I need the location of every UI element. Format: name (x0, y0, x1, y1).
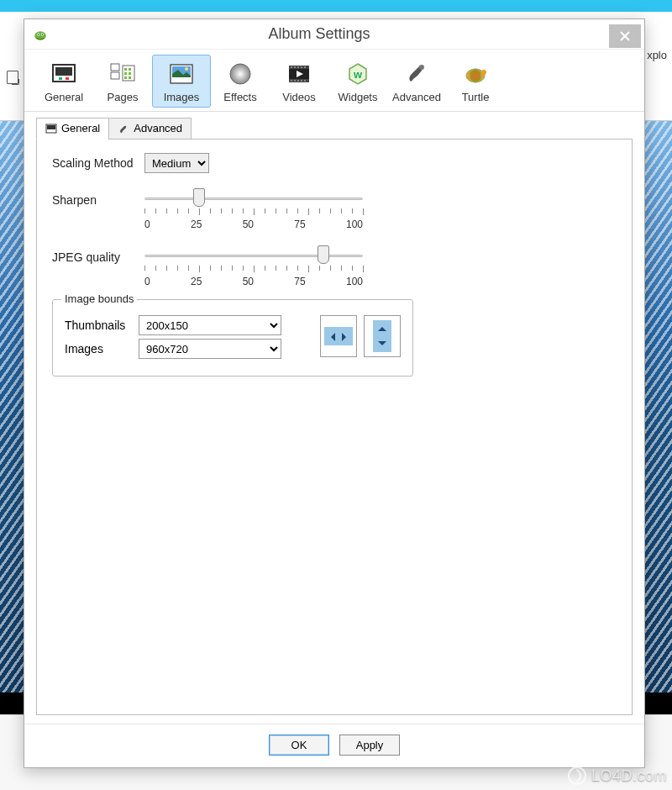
svg-rect-25 (291, 66, 292, 68)
wrench-icon (118, 123, 129, 134)
new-document-icon[interactable] (7, 71, 18, 84)
jpeg-quality-label: JPEG quality (52, 245, 144, 264)
images-icon (168, 61, 195, 87)
image-bounds-legend: Image bounds (61, 292, 137, 305)
sharpen-thumb[interactable] (193, 188, 205, 207)
toolbar-videos[interactable]: Videos (270, 55, 328, 108)
svg-rect-12 (124, 68, 127, 71)
general-icon (50, 61, 77, 87)
jpeg-ticks (144, 266, 363, 272)
close-button[interactable] (609, 24, 641, 48)
jpeg-quality-thumb[interactable] (318, 245, 329, 264)
toolbar-label: Effects (223, 91, 257, 103)
svg-point-38 (481, 70, 486, 75)
tab-strip: General Advanced (36, 117, 633, 139)
apply-button[interactable]: Apply (339, 735, 400, 756)
toolbar-effects[interactable]: Effects (211, 55, 270, 108)
toolbar-label: Images (164, 91, 200, 103)
svg-rect-8 (66, 77, 69, 80)
svg-rect-26 (294, 66, 296, 68)
svg-point-36 (419, 65, 424, 70)
svg-rect-28 (301, 66, 302, 68)
sharpen-slider[interactable] (144, 188, 363, 207)
toolbar-label: Turtle (462, 91, 490, 103)
category-toolbar: General Pages Images Effects Videos w Wi… (24, 50, 644, 112)
toolbar-general[interactable]: General (34, 55, 93, 108)
svg-rect-31 (294, 80, 296, 82)
tab-general[interactable]: General (36, 118, 109, 140)
titlebar: Album Settings (24, 19, 644, 50)
toolbar-label: Widgets (339, 91, 378, 103)
background-partial-text: xplo (647, 49, 667, 61)
settings-panel: Scaling Method Medium Sharpen 0255 (36, 139, 633, 715)
videos-icon (286, 61, 312, 87)
svg-rect-27 (297, 66, 299, 68)
dialog-buttons: OK Apply (24, 724, 644, 767)
toolbar-pages[interactable]: Pages (93, 55, 152, 108)
thumbnails-select[interactable]: 200x150 (139, 315, 281, 335)
svg-rect-40 (47, 125, 55, 129)
toolbar-label: Videos (282, 91, 316, 103)
dialog-title: Album Settings (29, 25, 609, 43)
thumbnails-label: Thumbnails (65, 319, 139, 332)
vertical-arrows-icon (373, 320, 391, 352)
sharpen-ticks (144, 208, 363, 215)
svg-rect-14 (124, 72, 127, 75)
widgets-icon: w (344, 61, 371, 87)
tab-label: Advanced (134, 122, 182, 134)
jpeg-quality-slider[interactable] (144, 245, 363, 264)
close-icon (620, 31, 630, 41)
ok-button[interactable]: OK (269, 735, 329, 756)
scaling-method-select[interactable]: Medium (144, 153, 209, 173)
watermark-icon (568, 766, 586, 785)
sharpen-tick-labels: 0255075100 (144, 219, 363, 230)
jpeg-tick-labels: 0255075100 (144, 276, 363, 287)
svg-rect-32 (297, 80, 299, 82)
svg-rect-9 (111, 64, 119, 71)
horizontal-arrows-icon (324, 327, 353, 345)
svg-rect-34 (304, 80, 306, 82)
image-bounds-fieldset: Image bounds Thumbnails 200x150 Images 9… (52, 299, 413, 377)
turtle-icon (462, 61, 489, 87)
general-tab-icon (45, 123, 57, 134)
tab-advanced[interactable]: Advanced (108, 118, 192, 140)
svg-rect-13 (129, 68, 131, 71)
toolbar-widgets[interactable]: w Widgets (328, 55, 387, 108)
svg-rect-6 (55, 67, 72, 76)
tab-label: General (61, 122, 100, 134)
svg-rect-15 (129, 72, 131, 75)
effects-icon (227, 61, 254, 87)
horizontal-bounds-button[interactable] (320, 315, 357, 357)
sharpen-label: Sharpen (52, 188, 144, 207)
svg-text:w: w (353, 68, 363, 81)
svg-rect-33 (301, 80, 302, 82)
toolbar-label: General (45, 91, 83, 103)
images-select[interactable]: 960x720 (139, 339, 281, 359)
toolbar-label: Pages (108, 91, 139, 103)
images-label: Images (65, 342, 139, 356)
svg-rect-10 (111, 72, 119, 79)
album-settings-dialog: Album Settings General Pages Images Effe… (24, 18, 645, 768)
vertical-bounds-button[interactable] (364, 315, 401, 357)
scaling-method-label: Scaling Method (52, 156, 144, 170)
watermark: LO4D.com (568, 766, 667, 785)
toolbar-images[interactable]: Images (152, 55, 211, 108)
svg-rect-16 (124, 76, 127, 79)
toolbar-turtle[interactable]: Turtle (446, 55, 505, 108)
svg-point-21 (230, 64, 250, 84)
svg-rect-17 (129, 76, 131, 79)
svg-point-20 (185, 67, 188, 71)
svg-rect-29 (304, 66, 306, 68)
toolbar-label: Advanced (392, 91, 441, 103)
pages-icon (109, 61, 136, 87)
svg-rect-30 (291, 80, 292, 82)
svg-rect-7 (59, 77, 62, 80)
toolbar-advanced[interactable]: Advanced (387, 55, 446, 108)
advanced-icon (403, 61, 430, 87)
